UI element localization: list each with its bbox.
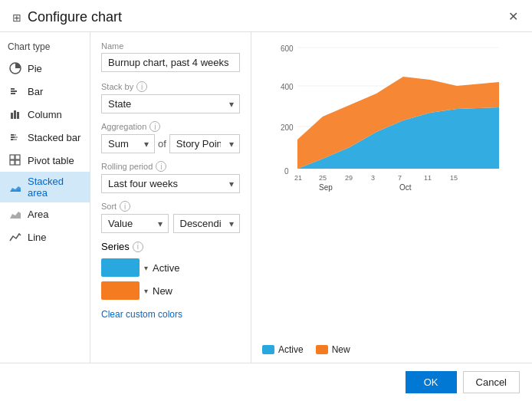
svg-text:21: 21 (294, 174, 302, 182)
chart-type-column[interactable]: Column (0, 103, 90, 126)
rolling-period-label: Rolling period i (101, 161, 240, 172)
svg-rect-9 (11, 136, 15, 138)
sort-row: Value Descending (101, 214, 240, 233)
sort-field-select[interactable]: Value (101, 214, 169, 233)
series-label-row: Series i (101, 241, 240, 252)
line-icon (8, 229, 23, 245)
svg-text:25: 25 (319, 174, 327, 182)
series-new-name: New (153, 285, 172, 297)
rolling-period-info-icon[interactable]: i (156, 161, 166, 172)
stacked-area-icon (8, 179, 23, 195)
aggregation-func-wrapper: Sum (101, 134, 155, 153)
rolling-period-select[interactable]: Last four weeks (101, 174, 240, 193)
svg-rect-6 (17, 112, 19, 119)
svg-rect-8 (14, 134, 16, 136)
chart-preview-panel: 600 400 200 0 21 25 29 (251, 32, 532, 363)
clear-custom-colors-link[interactable]: Clear custom colors (101, 309, 182, 320)
sort-field-group: Sort i Value Descending (101, 201, 240, 233)
sort-field-wrapper: Value (101, 214, 169, 233)
rolling-period-select-wrapper: Last four weeks (101, 174, 240, 193)
chart-type-area[interactable]: Area (0, 202, 90, 225)
chart-area: 600 400 200 0 21 25 29 (262, 40, 521, 340)
svg-text:3: 3 (371, 174, 375, 182)
rolling-period-field-group: Rolling period i Last four weeks (101, 161, 240, 193)
svg-rect-11 (11, 139, 13, 140)
series-label: Series (101, 241, 130, 252)
cancel-button[interactable]: Cancel (463, 371, 520, 393)
svg-rect-2 (11, 90, 17, 92)
dialog-header: ⊞ Configure chart ✕ (0, 0, 532, 32)
dialog-body: Chart type Pie B (0, 32, 532, 363)
legend-item-new: New (316, 344, 350, 355)
svg-text:Sep: Sep (319, 183, 333, 192)
svg-rect-15 (10, 160, 15, 165)
svg-text:0: 0 (284, 167, 289, 176)
stacked-bar-icon (8, 130, 23, 145)
sort-order-select[interactable]: Descending (173, 214, 241, 233)
chart-type-pie[interactable]: Pie (0, 57, 90, 80)
aggregation-of-text: of (158, 138, 166, 150)
svg-rect-1 (11, 88, 15, 90)
aggregation-field-group: Aggregation i Sum of Story Points (101, 121, 240, 153)
series-new-color-box[interactable] (101, 281, 140, 300)
stack-by-label: Stack by i (101, 81, 240, 92)
chart-type-pivot[interactable]: Pivot table (0, 149, 90, 172)
svg-text:15: 15 (450, 174, 458, 182)
aggregation-info-icon[interactable]: i (149, 121, 160, 132)
svg-text:200: 200 (281, 123, 294, 132)
configure-chart-dialog: ⊞ Configure chart ✕ Chart type Pie (0, 0, 532, 401)
svg-rect-13 (10, 155, 15, 159)
close-button[interactable]: ✕ (504, 8, 523, 25)
chart-type-pie-label: Pie (28, 63, 42, 74)
form-panel: Name Stack by i State Aggregation (90, 32, 251, 363)
stack-by-info-icon[interactable]: i (136, 81, 147, 92)
chart-legend: Active New (262, 344, 521, 355)
svg-rect-7 (11, 134, 14, 136)
svg-rect-16 (15, 160, 20, 165)
svg-rect-10 (15, 136, 18, 138)
legend-active-color (262, 345, 274, 354)
chart-type-stacked-area-label: Stacked area (28, 176, 82, 199)
svg-text:7: 7 (398, 174, 402, 182)
chart-type-stacked-area[interactable]: Stacked area (0, 172, 90, 202)
stack-by-field-group: Stack by i State (101, 81, 240, 113)
aggregation-label: Aggregation i (101, 121, 240, 132)
svg-rect-5 (14, 110, 16, 119)
aggregation-field-wrapper: Story Points (169, 134, 240, 153)
series-item-new: ▾ New (101, 281, 240, 300)
ok-button[interactable]: OK (406, 371, 457, 393)
dialog-title: Configure chart (28, 9, 122, 25)
pie-icon (8, 61, 23, 76)
chart-type-stacked-bar[interactable]: Stacked bar (0, 126, 90, 149)
stack-by-select-wrapper: State (101, 94, 240, 113)
svg-text:Oct: Oct (399, 183, 412, 192)
svg-text:29: 29 (345, 174, 353, 182)
stack-by-select[interactable]: State (101, 94, 240, 113)
series-active-color-box[interactable] (101, 258, 140, 277)
sort-order-wrapper: Descending (173, 214, 241, 233)
series-new-chevron[interactable]: ▾ (144, 287, 148, 295)
chart-type-line[interactable]: Line (0, 225, 90, 248)
dialog-title-icon: ⊞ (12, 12, 21, 24)
series-section: Series i ▾ Active ▾ New Clear custom col… (101, 241, 240, 320)
chart-type-column-label: Column (28, 109, 62, 120)
name-input[interactable] (101, 53, 240, 72)
svg-text:11: 11 (424, 174, 432, 182)
aggregation-field-select[interactable]: Story Points (169, 134, 240, 153)
series-item-active: ▾ Active (101, 258, 240, 277)
name-label: Name (101, 41, 240, 51)
chart-type-area-label: Area (28, 209, 48, 220)
dialog-footer: OK Cancel (0, 363, 532, 401)
svg-text:400: 400 (281, 83, 294, 91)
svg-rect-4 (11, 113, 13, 119)
chart-type-stacked-bar-label: Stacked bar (28, 132, 80, 143)
aggregation-func-select[interactable]: Sum (101, 134, 155, 153)
chart-type-panel: Chart type Pie B (0, 32, 90, 363)
series-active-chevron[interactable]: ▾ (144, 264, 148, 272)
svg-rect-12 (13, 139, 17, 140)
series-info-icon[interactable]: i (133, 242, 143, 252)
legend-new-label: New (332, 344, 350, 355)
sort-info-icon[interactable]: i (120, 201, 130, 212)
chart-type-heading: Chart type (0, 38, 90, 57)
chart-type-bar[interactable]: Bar (0, 80, 90, 103)
